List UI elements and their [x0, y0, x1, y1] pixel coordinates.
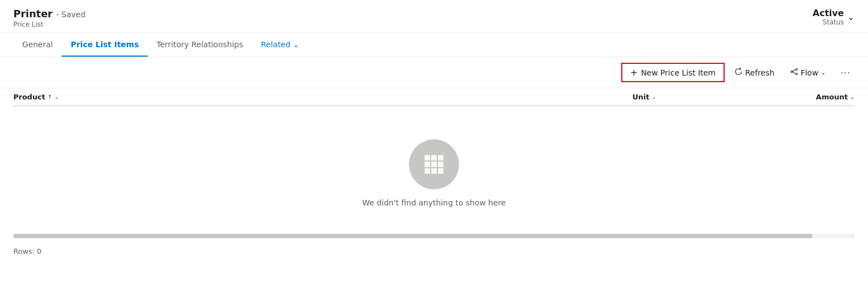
- svg-rect-5: [425, 155, 430, 160]
- horizontal-scrollbar[interactable]: [13, 234, 855, 238]
- svg-rect-7: [438, 155, 443, 160]
- tab-general[interactable]: General: [13, 33, 62, 57]
- record-info: Printer - Saved Price List: [13, 8, 86, 28]
- svg-rect-8: [425, 162, 430, 167]
- column-product-label: Product: [13, 93, 45, 101]
- empty-state-message: We didn't find anything to show here: [362, 198, 506, 207]
- scrollbar-thumb: [13, 234, 812, 238]
- flow-label: Flow: [801, 68, 819, 77]
- plus-icon: +: [630, 67, 637, 78]
- status-dropdown[interactable]: Active Status ⌄: [812, 8, 855, 26]
- column-unit-label: Unit: [632, 93, 649, 101]
- svg-rect-11: [425, 168, 430, 174]
- sort-ascending-icon: ↑: [47, 94, 52, 100]
- refresh-icon: [735, 68, 742, 77]
- svg-line-4: [792, 72, 795, 74]
- more-options-icon[interactable]: ⋯: [836, 64, 855, 81]
- new-price-list-item-label: New Price List Item: [641, 68, 715, 77]
- related-label: Related: [261, 40, 291, 49]
- column-unit[interactable]: Unit ⌄: [632, 93, 744, 101]
- column-amount-label: Amount: [816, 93, 847, 101]
- column-amount[interactable]: Amount ⌄: [744, 93, 855, 101]
- chevron-down-icon: ⌄: [293, 40, 300, 49]
- page-header: Printer - Saved Price List Active Status…: [0, 0, 868, 33]
- chevron-down-icon: ⌄: [54, 94, 59, 100]
- toolbar: + New Price List Item Refresh Flow ⌄ ⋯: [0, 57, 868, 88]
- status-label: Status: [812, 18, 844, 26]
- table-header: Product ↑ ⌄ Unit ⌄ Amount ⌄: [13, 88, 855, 106]
- svg-rect-12: [431, 168, 437, 174]
- svg-rect-13: [438, 168, 443, 174]
- svg-line-3: [792, 69, 795, 72]
- svg-point-2: [796, 73, 797, 75]
- price-list-items-table: Product ↑ ⌄ Unit ⌄ Amount ⌄: [0, 88, 868, 238]
- record-name: Printer: [13, 8, 53, 19]
- footer: Rows: 0: [0, 243, 868, 260]
- svg-point-1: [796, 69, 797, 71]
- flow-icon: [790, 68, 798, 77]
- tab-related[interactable]: Related ⌄: [252, 33, 308, 57]
- empty-state: We didn't find anything to show here: [13, 106, 855, 229]
- svg-point-0: [791, 71, 792, 73]
- flow-button[interactable]: Flow ⌄: [785, 64, 831, 81]
- record-title: Printer - Saved: [13, 8, 86, 19]
- new-price-list-item-button[interactable]: + New Price List Item: [621, 63, 725, 82]
- chevron-down-icon: ⌄: [847, 12, 855, 22]
- chevron-down-icon: ⌄: [821, 69, 826, 76]
- refresh-button[interactable]: Refresh: [729, 64, 780, 81]
- tab-price-list-items[interactable]: Price List Items: [62, 33, 148, 57]
- empty-state-icon: [409, 139, 459, 189]
- saved-label: - Saved: [56, 10, 86, 19]
- refresh-label: Refresh: [745, 68, 775, 77]
- status-value: Active: [812, 8, 844, 18]
- rows-count: Rows: 0: [13, 247, 42, 255]
- svg-rect-6: [431, 155, 437, 160]
- chevron-down-icon: ⌄: [651, 94, 656, 100]
- svg-rect-10: [438, 162, 443, 167]
- svg-rect-9: [431, 162, 437, 167]
- tab-territory-relationships[interactable]: Territory Relationships: [148, 33, 252, 57]
- chevron-down-icon: ⌄: [850, 94, 855, 100]
- status-block: Active Status: [812, 8, 844, 26]
- column-product[interactable]: Product ↑ ⌄: [13, 93, 632, 101]
- record-type: Price List: [13, 21, 86, 28]
- navigation-tabs: General Price List Items Territory Relat…: [0, 33, 868, 57]
